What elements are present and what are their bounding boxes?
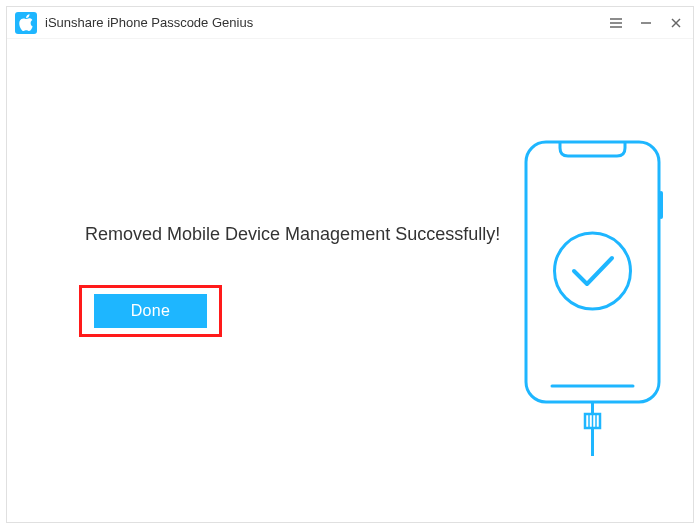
phone-success-illustration [520, 136, 665, 456]
minimize-icon [640, 17, 652, 29]
close-icon [670, 17, 682, 29]
hamburger-icon [609, 17, 623, 29]
app-logo [15, 12, 37, 34]
menu-button[interactable] [609, 16, 623, 30]
highlight-box: Done [79, 285, 222, 337]
check-circle-icon [555, 233, 631, 309]
phone-outline-icon [526, 142, 659, 402]
phone-side-button-icon [659, 191, 663, 219]
checkmark-icon [574, 258, 612, 284]
success-message: Removed Mobile Device Management Success… [85, 224, 500, 245]
close-button[interactable] [669, 16, 683, 30]
window-controls [609, 16, 683, 30]
app-window: iSunshare iPhone Passcode Genius [6, 6, 694, 523]
message-column: Removed Mobile Device Management Success… [7, 39, 520, 522]
done-button[interactable]: Done [94, 294, 207, 328]
titlebar: iSunshare iPhone Passcode Genius [7, 7, 693, 39]
phone-notch-icon [560, 142, 625, 156]
apple-icon [19, 14, 33, 31]
minimize-button[interactable] [639, 16, 653, 30]
illustration-column [520, 39, 700, 522]
content-area: Removed Mobile Device Management Success… [7, 39, 693, 522]
app-title: iSunshare iPhone Passcode Genius [45, 15, 609, 30]
